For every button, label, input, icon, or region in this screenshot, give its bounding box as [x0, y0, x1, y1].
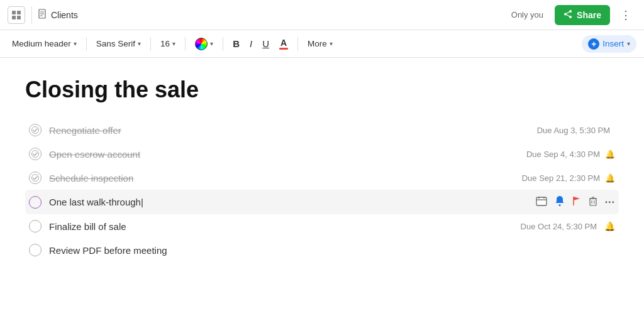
- toolbar-sep-4: [223, 37, 223, 51]
- font-family-label: Sans Serif: [96, 39, 135, 48]
- insert-plus-icon: +: [588, 38, 599, 50]
- svg-line-12: [565, 14, 570, 17]
- visibility-label: Only you: [511, 10, 543, 19]
- toolbar: Medium header ▾ Sans Serif ▾ 16 ▾ ▾ B I …: [0, 30, 644, 58]
- underline-label: U: [262, 38, 269, 49]
- svg-rect-2: [12, 16, 16, 19]
- italic-button[interactable]: I: [245, 36, 257, 52]
- task-item: Renegotiate offer Due Aug 3, 5:30 PM: [25, 118, 619, 142]
- svg-rect-3: [17, 16, 21, 19]
- insert-chevron-icon: ▾: [627, 40, 630, 47]
- task-badge-5: 🔔: [604, 221, 615, 231]
- task-badge-2: 🔔: [605, 150, 615, 159]
- toolbar-sep-1: [86, 37, 87, 51]
- top-more-button[interactable]: ⋮: [616, 6, 636, 25]
- svg-line-11: [565, 11, 570, 14]
- task-item: Schedule inspection Due Sep 21, 2:30 PM …: [25, 166, 619, 190]
- header-chevron-icon: ▾: [74, 40, 77, 47]
- font-color-bar: [279, 48, 288, 50]
- underline-button[interactable]: U: [258, 36, 274, 52]
- task-checkbox-1[interactable]: [29, 124, 42, 136]
- task-due-5: Due Oct 24, 5:30 PM: [521, 222, 597, 231]
- flag-icon[interactable]: [572, 196, 581, 209]
- more-button[interactable]: More ▾: [303, 36, 337, 51]
- bold-label: B: [233, 38, 240, 49]
- task-item: Review PDF before meeting: [25, 238, 619, 262]
- calendar-icon[interactable]: [536, 196, 547, 209]
- text-color-button[interactable]: ▾: [191, 35, 218, 53]
- content-area: Closing the sale Renegotiate offer Due A…: [0, 58, 644, 275]
- doc-title: Clients: [38, 9, 78, 21]
- trash-icon[interactable]: [589, 196, 597, 209]
- bold-button[interactable]: B: [228, 36, 244, 52]
- svg-point-15: [32, 175, 39, 182]
- header-style-label: Medium header: [12, 39, 71, 48]
- font-color-icon: A: [279, 38, 288, 50]
- task-checkbox-3[interactable]: [29, 172, 42, 184]
- more-chevron-icon: ▾: [330, 40, 333, 47]
- task-item: Open escrow account Due Sep 4, 4:30 PM 🔔: [25, 142, 619, 166]
- svg-rect-16: [536, 197, 547, 205]
- font-size-dropdown[interactable]: 16 ▾: [156, 36, 180, 51]
- header-style-dropdown[interactable]: Medium header ▾: [8, 36, 81, 51]
- toolbar-sep-2: [150, 37, 151, 51]
- insert-label: Insert: [602, 39, 624, 48]
- task-text-2: Open escrow account: [49, 149, 526, 160]
- top-bar: Clients Only you Share ⋮: [0, 0, 644, 30]
- toolbar-sep-3: [185, 37, 186, 51]
- svg-rect-1: [17, 11, 21, 14]
- svg-point-13: [32, 127, 39, 134]
- task-text-1: Renegotiate offer: [49, 125, 537, 136]
- task-text-6: Review PDF before meeting: [49, 245, 615, 256]
- task-checkbox-6[interactable]: [29, 244, 42, 256]
- task-list: Renegotiate offer Due Aug 3, 5:30 PM Ope…: [25, 118, 619, 262]
- doc-icon: [38, 9, 47, 21]
- svg-rect-22: [590, 199, 596, 205]
- font-color-button[interactable]: A: [275, 36, 292, 52]
- top-bar-divider: [31, 6, 32, 24]
- font-size-label: 16: [160, 39, 170, 48]
- color-chevron-icon: ▾: [210, 40, 213, 47]
- task-checkbox-2[interactable]: [29, 148, 42, 160]
- font-color-letter: A: [280, 38, 287, 47]
- color-circle-icon: [195, 38, 208, 50]
- task-actions-4: ···: [536, 195, 615, 209]
- svg-point-20: [558, 204, 560, 206]
- doc-title-text: Clients: [51, 10, 78, 20]
- app-icon[interactable]: [8, 6, 25, 24]
- task-checkbox-5[interactable]: [29, 220, 42, 232]
- task-badge-3: 🔔: [605, 173, 615, 183]
- font-family-dropdown[interactable]: Sans Serif ▾: [92, 36, 145, 51]
- task-item-active: One last walk-through|: [25, 190, 619, 214]
- italic-label: I: [250, 38, 252, 49]
- bell-icon[interactable]: [555, 195, 565, 209]
- task-due-3: Due Sep 21, 2:30 PM: [522, 173, 600, 183]
- task-due-2: Due Sep 4, 4:30 PM: [526, 150, 600, 159]
- page-title: Closing the sale: [25, 77, 619, 103]
- more-options-icon[interactable]: ···: [605, 197, 615, 208]
- task-text-4: One last walk-through|: [49, 197, 536, 207]
- toolbar-sep-5: [297, 37, 298, 51]
- svg-rect-0: [12, 11, 16, 14]
- share-label: Share: [577, 10, 601, 20]
- svg-point-14: [32, 151, 39, 158]
- share-icon: [564, 9, 573, 21]
- task-item: Finalize bill of sale Due Oct 24, 5:30 P…: [25, 214, 619, 238]
- font-size-chevron-icon: ▾: [172, 40, 175, 47]
- share-button[interactable]: Share: [555, 5, 610, 25]
- task-due-1: Due Aug 3, 5:30 PM: [537, 126, 610, 135]
- task-checkbox-4[interactable]: [29, 196, 42, 209]
- insert-button[interactable]: + Insert ▾: [582, 35, 636, 53]
- task-text-3: Schedule inspection: [49, 173, 522, 183]
- more-label: More: [308, 39, 327, 48]
- task-text-5: Finalize bill of sale: [49, 221, 521, 232]
- font-family-chevron-icon: ▾: [138, 40, 141, 47]
